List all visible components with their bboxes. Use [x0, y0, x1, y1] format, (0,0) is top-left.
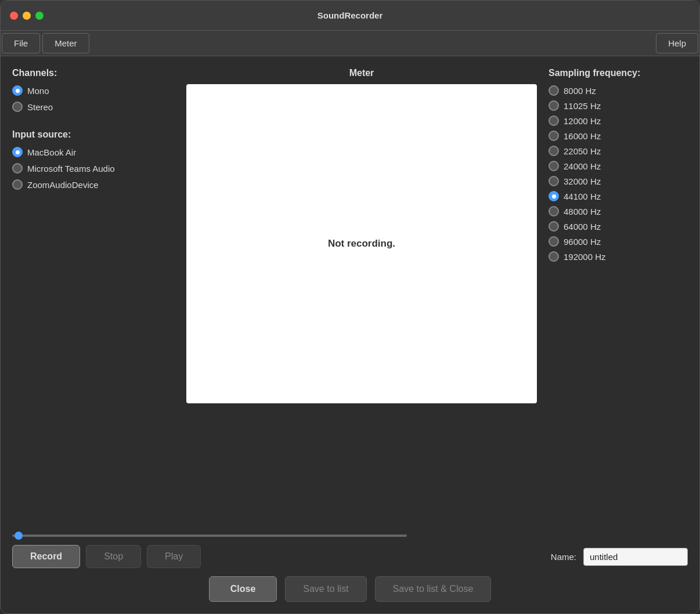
menu-bar: File Meter Help [1, 31, 699, 56]
play-button[interactable]: Play [147, 545, 201, 568]
right-panel: Sampling frequency: 8000 Hz 11025 Hz 120… [549, 68, 688, 517]
input-macbook-item[interactable]: MacBook Air [12, 147, 175, 157]
channel-stereo-radio[interactable] [12, 102, 23, 112]
volume-slider[interactable] [12, 534, 407, 537]
input-macbook-label: MacBook Air [27, 147, 76, 157]
channel-stereo-item[interactable]: Stereo [12, 102, 175, 112]
freq-32000-radio[interactable] [549, 176, 559, 186]
bottom-area: Record Stop Play Name: Close Save to lis… [1, 529, 699, 613]
freq-16000-radio[interactable] [549, 131, 559, 141]
main-window: SoundRecorder File Meter Help Channels: … [0, 0, 700, 614]
freq-44100-label: 44100 Hz [564, 192, 601, 201]
freq-12000-radio[interactable] [549, 115, 559, 126]
freq-64000-radio[interactable] [549, 221, 559, 232]
freq-192000-item[interactable]: 192000 Hz [549, 251, 688, 262]
freq-48000-radio[interactable] [549, 206, 559, 216]
channels-label: Channels: [12, 68, 175, 78]
freq-8000-radio[interactable] [549, 85, 559, 96]
freq-48000-item[interactable]: 48000 Hz [549, 206, 688, 216]
freq-22050-item[interactable]: 22050 Hz [549, 146, 688, 156]
freq-12000-label: 12000 Hz [564, 116, 601, 126]
input-zoom-radio[interactable] [12, 179, 23, 190]
center-panel: Meter Not recording. [186, 68, 537, 517]
menu-spacer [91, 31, 655, 56]
name-input[interactable] [583, 548, 688, 566]
button-row: Record Stop Play Name: [12, 545, 688, 568]
channel-stereo-label: Stereo [27, 102, 53, 112]
menu-meter[interactable]: Meter [42, 33, 89, 53]
input-source-section: Input source: MacBook Air Microsoft Team… [12, 129, 175, 190]
save-to-list-close-button[interactable]: Save to list & Close [375, 576, 492, 602]
menu-help[interactable]: Help [656, 33, 698, 53]
freq-96000-radio[interactable] [549, 236, 559, 247]
meter-display: Not recording. [186, 84, 537, 403]
freq-11025-label: 11025 Hz [564, 101, 601, 111]
freq-48000-label: 48000 Hz [564, 207, 601, 216]
menu-file[interactable]: File [2, 33, 40, 53]
traffic-lights [10, 12, 44, 20]
freq-16000-label: 16000 Hz [564, 131, 601, 141]
slider-thumb[interactable] [15, 532, 23, 540]
close-button[interactable] [10, 12, 18, 20]
left-panel: Channels: Mono Stereo Input source: [12, 68, 175, 517]
freq-8000-item[interactable]: 8000 Hz [549, 85, 688, 96]
channel-mono-radio[interactable] [12, 85, 23, 96]
freq-16000-item[interactable]: 16000 Hz [549, 131, 688, 141]
name-area: Name: [551, 548, 688, 566]
channel-mono-item[interactable]: Mono [12, 85, 175, 96]
input-zoom-item[interactable]: ZoomAudioDevice [12, 179, 175, 190]
minimize-button[interactable] [23, 12, 31, 20]
freq-192000-radio[interactable] [549, 251, 559, 262]
main-content: Channels: Mono Stereo Input source: [1, 56, 699, 529]
channels-section: Channels: Mono Stereo [12, 68, 175, 112]
freq-96000-label: 96000 Hz [564, 237, 601, 247]
save-to-list-button[interactable]: Save to list [285, 576, 366, 602]
freq-64000-label: 64000 Hz [564, 222, 601, 232]
meter-status-text: Not recording. [328, 238, 395, 250]
freq-24000-radio[interactable] [549, 161, 559, 171]
name-label: Name: [551, 552, 576, 562]
window-title: SoundRecorder [317, 10, 383, 20]
input-teams-label: Microsoft Teams Audio [27, 164, 115, 174]
freq-12000-item[interactable]: 12000 Hz [549, 115, 688, 126]
freq-22050-label: 22050 Hz [564, 146, 601, 156]
meter-label: Meter [349, 68, 374, 78]
sampling-freq-label: Sampling frequency: [549, 68, 688, 78]
freq-24000-item[interactable]: 24000 Hz [549, 161, 688, 171]
input-teams-radio[interactable] [12, 163, 23, 174]
freq-44100-radio[interactable] [549, 191, 559, 201]
channels-radio-group: Mono Stereo [12, 85, 175, 112]
freq-32000-label: 32000 Hz [564, 176, 601, 186]
input-zoom-label: ZoomAudioDevice [27, 180, 99, 190]
freq-8000-label: 8000 Hz [564, 86, 596, 96]
freq-list: 8000 Hz 11025 Hz 12000 Hz 16000 Hz 22050… [549, 85, 688, 262]
channel-mono-label: Mono [27, 86, 49, 96]
freq-64000-item[interactable]: 64000 Hz [549, 221, 688, 232]
freq-192000-label: 192000 Hz [564, 252, 606, 262]
stop-button[interactable]: Stop [86, 545, 141, 568]
input-source-label: Input source: [12, 129, 175, 140]
freq-24000-label: 24000 Hz [564, 161, 601, 171]
freq-11025-item[interactable]: 11025 Hz [549, 100, 688, 111]
freq-22050-radio[interactable] [549, 146, 559, 156]
input-teams-item[interactable]: Microsoft Teams Audio [12, 163, 175, 174]
maximize-button[interactable] [35, 12, 44, 20]
record-button[interactable]: Record [12, 545, 80, 568]
action-row: Close Save to list Save to list & Close [12, 576, 688, 602]
freq-11025-radio[interactable] [549, 100, 559, 111]
slider-row [12, 534, 688, 537]
freq-44100-item[interactable]: 44100 Hz [549, 191, 688, 201]
input-macbook-radio[interactable] [12, 147, 23, 157]
title-bar: SoundRecorder [1, 1, 699, 31]
freq-96000-item[interactable]: 96000 Hz [549, 236, 688, 247]
freq-32000-item[interactable]: 32000 Hz [549, 176, 688, 186]
input-source-radio-group: MacBook Air Microsoft Teams Audio ZoomAu… [12, 147, 175, 190]
close-action-button[interactable]: Close [209, 576, 277, 602]
